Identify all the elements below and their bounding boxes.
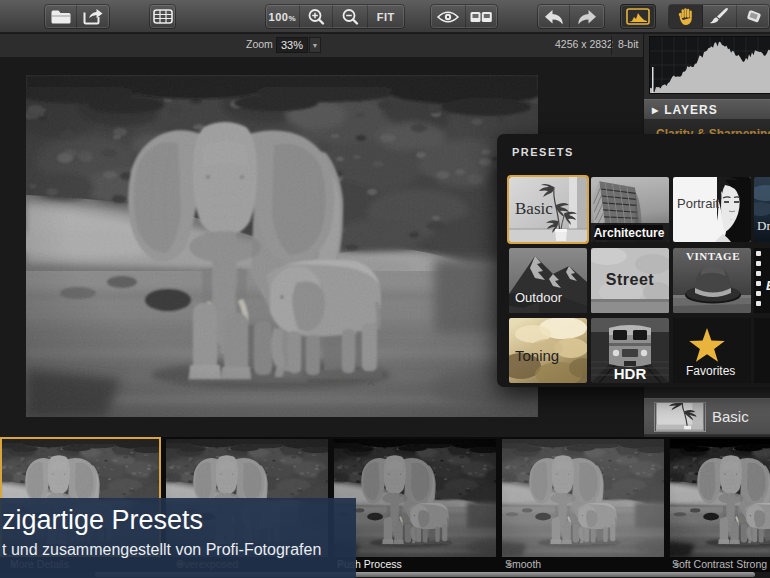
svg-text:Portrait: Portrait <box>677 196 719 211</box>
svg-text:Ep: Ep <box>766 278 770 293</box>
svg-text:Toning: Toning <box>515 347 559 364</box>
svg-text:HDR: HDR <box>614 365 647 382</box>
svg-text:Street: Street <box>606 271 655 288</box>
svg-text:VINTAGE: VINTAGE <box>686 250 740 262</box>
svg-text:Favorites: Favorites <box>686 364 735 378</box>
svg-text:Architecture: Architecture <box>594 226 665 240</box>
svg-text:Outdoor: Outdoor <box>515 290 563 305</box>
svg-text:Basic: Basic <box>515 199 553 218</box>
svg-text:Dr: Dr <box>757 218 770 233</box>
